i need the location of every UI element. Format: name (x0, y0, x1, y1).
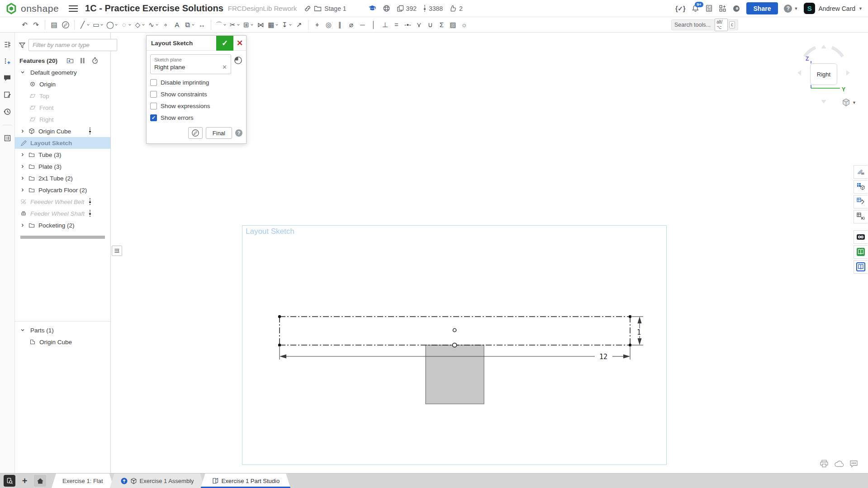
main-menu-button[interactable] (69, 5, 78, 12)
checkbox-row[interactable]: Show expressions (150, 103, 242, 109)
history-icon[interactable] (3, 108, 11, 116)
sketch-settings-button[interactable] (188, 127, 203, 139)
workspace-breadcrumb[interactable]: Stage 1 (324, 5, 346, 12)
chevron-down-icon[interactable] (20, 328, 28, 332)
feature-row[interactable]: Feeder Wheel Shaft (15, 208, 110, 219)
notes-icon[interactable] (4, 91, 11, 99)
view-cube-menu[interactable]: ▼ (842, 98, 856, 107)
apps-plus-icon[interactable] (719, 5, 726, 12)
dimension-tool[interactable]: ↔ (196, 19, 208, 31)
trim-tool[interactable]: ✂ (228, 19, 242, 31)
print-icon[interactable] (820, 460, 829, 468)
feature-row[interactable]: Origin (15, 78, 110, 90)
clear-selection-icon[interactable]: ✕ (222, 64, 227, 71)
checkbox-row[interactable]: ✓Show errors (150, 114, 242, 121)
parallel-constraint[interactable]: ∥ (334, 19, 346, 31)
measure-tool[interactable]: ↗ (294, 19, 305, 31)
featurescript-panel-icon[interactable] (854, 230, 868, 244)
learning-panel-icon[interactable] (854, 245, 868, 259)
feature-row[interactable]: Plate (3) (15, 161, 110, 172)
coincident-constraint[interactable]: ⌖ (312, 19, 323, 31)
documentation-panel-icon[interactable] (854, 260, 868, 274)
tasks-icon[interactable] (705, 5, 713, 12)
equal-constraint[interactable]: = (391, 19, 402, 31)
fix-constraint[interactable]: ▨ (447, 19, 459, 31)
rollback-dots-icon[interactable] (89, 198, 91, 206)
ellipse-tool[interactable]: ◌ (119, 19, 133, 31)
checkbox-checked-icon[interactable]: ✓ (150, 114, 157, 121)
home-button[interactable] (34, 475, 46, 487)
inspect-sketch-button[interactable] (60, 19, 71, 31)
chevron-down-icon[interactable] (20, 70, 28, 75)
height-dimension-value[interactable]: 1 (637, 328, 641, 336)
view-cube-face[interactable]: Right (810, 63, 837, 85)
offset-tool[interactable]: ⧉ (183, 19, 196, 31)
feature-row[interactable]: Pocketing (2) (15, 219, 110, 231)
chevron-right-icon[interactable] (20, 176, 28, 180)
feature-row[interactable]: Top (15, 90, 110, 102)
rollback-dots-icon[interactable] (89, 127, 91, 135)
horizontal-constraint[interactable]: ─ (357, 19, 368, 31)
user-avatar[interactable]: S (804, 3, 815, 14)
feature-row[interactable]: Tube (3) (15, 149, 110, 161)
appearance-panel-icon[interactable] (854, 165, 868, 179)
filter-input[interactable] (28, 39, 117, 51)
history-clock-icon[interactable] (234, 56, 242, 65)
undo-button[interactable]: ↶ (19, 19, 30, 31)
concentric-constraint[interactable]: ◎ (323, 19, 334, 31)
symmetric-constraint[interactable]: ⋎ (413, 19, 425, 31)
checkbox-row[interactable]: Show constraints (150, 91, 242, 98)
sketch-plane-field[interactable]: Sketch plane Right plane ✕ (150, 54, 231, 74)
feature-panel-toggle-button[interactable] (112, 246, 122, 256)
vertical-constraint[interactable]: │ (368, 19, 379, 31)
pause-features-icon[interactable] (80, 57, 85, 64)
chevron-right-icon[interactable] (20, 164, 28, 169)
model-tree-icon[interactable] (4, 41, 11, 48)
mirror-tool[interactable]: ⋈ (255, 19, 266, 31)
tab-exercise-1-assembly[interactable]: Exercise 1 Assembly (110, 474, 205, 488)
cloud-icon[interactable] (834, 460, 844, 467)
link-icon[interactable] (304, 5, 311, 12)
help-icon[interactable]: ? (784, 5, 792, 13)
tab-exercise-1-flat[interactable]: Exercise 1: Flat (52, 474, 114, 488)
origin-cube-face[interactable] (426, 345, 484, 404)
custom-tables-icon[interactable] (4, 134, 11, 142)
variables-panel-icon[interactable] (854, 195, 868, 208)
pattern-tool[interactable]: ⊞ (242, 19, 255, 31)
midpoint-constraint[interactable]: -•- (402, 19, 413, 31)
spline-tool[interactable]: ∿ (147, 19, 160, 31)
feature-row[interactable]: Default geometry (15, 66, 110, 78)
sketch-tool-button[interactable]: ▤ (48, 19, 60, 31)
feature-row[interactable]: Front (15, 102, 110, 114)
chevron-right-icon[interactable] (20, 188, 28, 192)
view-cube[interactable]: Z Y Right ▼ (795, 43, 867, 111)
help-caret-icon[interactable]: ▼ (794, 6, 798, 11)
confirm-button[interactable]: ✓ (216, 36, 233, 51)
part-row[interactable]: Origin Cube (15, 336, 110, 348)
feature-row[interactable]: 2x1 Tube (2) (15, 172, 110, 184)
dialog-help-icon[interactable]: ? (235, 129, 242, 137)
education-icon[interactable] (368, 5, 376, 12)
feature-row[interactable]: Feeeder Wheel Belt (15, 196, 110, 208)
featurescript-check-icon[interactable]: {✓} (675, 5, 686, 12)
tables-panel-icon[interactable] (854, 180, 868, 194)
checkbox-unchecked-icon[interactable] (150, 91, 157, 98)
checkbox-unchecked-icon[interactable] (150, 103, 157, 109)
point-tool[interactable]: ∘ (160, 19, 171, 31)
nodes-stat[interactable]: 3388 (423, 5, 443, 12)
configurations-panel-icon[interactable] (854, 210, 868, 223)
rectangle-tool[interactable]: ▭ (91, 19, 105, 31)
likes-stat[interactable]: 2 (449, 5, 463, 12)
checkbox-unchecked-icon[interactable] (150, 79, 157, 86)
notifications-bell-icon[interactable]: 9+ (692, 5, 699, 12)
add-folder-icon[interactable] (66, 57, 74, 64)
search-tabs-button[interactable] (4, 475, 15, 487)
sketch-origin-point[interactable] (452, 343, 456, 347)
copies-stat[interactable]: 392 (397, 5, 417, 12)
sketch-canvas[interactable]: 12 1 (242, 226, 666, 464)
chevron-right-icon[interactable] (20, 129, 28, 133)
line-tool[interactable]: ╱ (78, 19, 91, 31)
grid-pattern-tool[interactable]: ▦ (266, 19, 280, 31)
search-tools-button[interactable]: Search tools... alt/⌥ c (671, 19, 738, 30)
feedback-icon[interactable] (849, 460, 858, 468)
